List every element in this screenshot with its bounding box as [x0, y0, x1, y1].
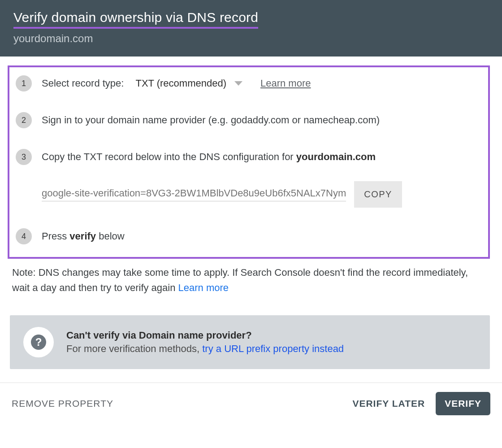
record-type-value: TXT (recommended)	[135, 78, 226, 89]
domain-subtitle: yourdomain.com	[13, 32, 489, 45]
note-text: Note: DNS changes may take some time to …	[12, 267, 468, 293]
step-4-text: Press verify below	[42, 231, 125, 242]
help-icon-circle: ?	[23, 327, 54, 357]
step-3-text: Copy the TXT record below into the DNS c…	[42, 151, 376, 163]
step-number-badge: 4	[16, 228, 32, 244]
title-underline: Verify domain ownership via DNS record	[13, 10, 258, 29]
dns-note: Note: DNS changes may take some time to …	[12, 265, 485, 296]
step-4-suffix: below	[96, 231, 125, 242]
step-3-prefix: Copy the TXT record below into the DNS c…	[42, 151, 296, 162]
alt-prefix: For more verification methods,	[66, 343, 202, 354]
verify-later-button[interactable]: VERIFY LATER	[352, 398, 425, 409]
step-3: 3 Copy the TXT record below into the DNS…	[16, 149, 482, 165]
dialog-header: Verify domain ownership via DNS record y…	[0, 0, 502, 57]
alternative-method-box: ? Can't verify via Domain name provider?…	[10, 315, 490, 369]
copy-button[interactable]: COPY	[354, 181, 402, 208]
step-4-prefix: Press	[42, 231, 69, 242]
alt-text-block: Can't verify via Domain name provider? F…	[66, 330, 344, 355]
step-3-domain: yourdomain.com	[296, 151, 376, 162]
note-learn-more-link[interactable]: Learn more	[178, 282, 229, 293]
txt-record-row: google-site-verification=8VG3-2BW1MBlbVD…	[42, 181, 482, 208]
alt-subtitle: For more verification methods, try a URL…	[66, 343, 344, 355]
record-type-select[interactable]: TXT (recommended)	[135, 78, 242, 89]
step-number-badge: 2	[16, 112, 32, 128]
step-4: 4 Press verify below	[16, 228, 482, 244]
remove-property-button[interactable]: REMOVE PROPERTY	[12, 398, 113, 409]
dialog-footer: REMOVE PROPERTY VERIFY LATER VERIFY	[0, 383, 502, 424]
step-number-badge: 3	[16, 149, 32, 165]
step-1-label: Select record type:	[42, 78, 124, 89]
page-title: Verify domain ownership via DNS record	[13, 10, 258, 25]
step-1: 1 Select record type: TXT (recommended) …	[16, 75, 482, 91]
alt-title: Can't verify via Domain name provider?	[66, 330, 344, 341]
step-2: 2 Sign in to your domain name provider (…	[16, 112, 482, 128]
chevron-down-icon	[234, 81, 242, 86]
url-prefix-link[interactable]: try a URL prefix property instead	[202, 343, 344, 354]
txt-record-value[interactable]: google-site-verification=8VG3-2BW1MBlbVD…	[42, 187, 346, 201]
learn-more-link[interactable]: Learn more	[260, 78, 311, 89]
question-mark-icon: ?	[31, 335, 46, 350]
steps-container: 1 Select record type: TXT (recommended) …	[8, 65, 490, 259]
step-2-text: Sign in to your domain name provider (e.…	[42, 114, 380, 126]
verify-button[interactable]: VERIFY	[436, 392, 490, 415]
step-4-bold: verify	[69, 231, 96, 242]
dialog-body: 1 Select record type: TXT (recommended) …	[0, 57, 502, 369]
step-number-badge: 1	[16, 75, 32, 91]
